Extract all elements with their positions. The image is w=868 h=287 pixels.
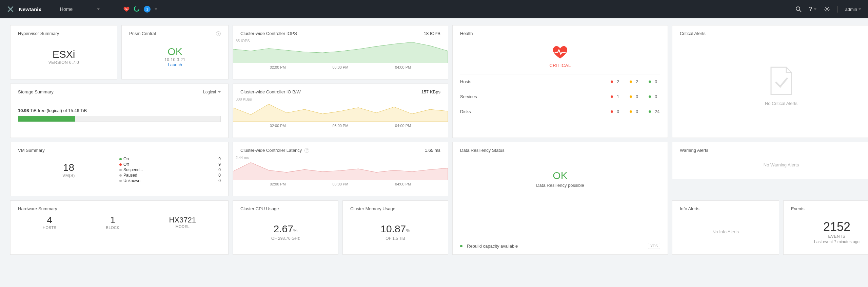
health-rows: Hosts 2 2 0 Services 1 0 0 Disks 0 0 24 [460,74,660,119]
health-red-count: 1 [617,94,619,99]
status-dot-icon [649,95,651,98]
status-dot-icon [119,174,122,177]
user-label: admin [845,7,857,12]
health-row[interactable]: Disks 0 0 24 [460,104,660,119]
help-icon[interactable]: ? [304,148,309,153]
tick-label: 03:00 PM [332,124,348,128]
help-dropdown[interactable]: ? [809,6,816,12]
prism-launch-link[interactable]: Launch [168,62,182,67]
logo-icon [7,5,14,13]
blocks-count: 1 [106,215,120,226]
vm-states-list: On9Off9Suspend...0Paused0Unknown0 [119,156,221,183]
tick-label: 04:00 PM [395,65,411,69]
vm-state-row: On9 [119,156,221,162]
health-red-count: 0 [617,109,619,114]
health-green-count: 0 [655,79,657,84]
vm-state-label: Off [123,162,129,167]
prism-status: OK [167,46,182,57]
health-yellow-count: 2 [636,79,638,84]
events-label: EVENTS [791,234,868,239]
vm-state-row: Off9 [119,162,221,167]
empty-message: No Critical Alerts [765,101,797,106]
status-dot-icon [611,95,613,98]
health-heart-icon[interactable] [123,6,130,12]
hypervisor-summary-card: Hypervisor Summary ESXi VERSION 6.7.0 [10,25,117,79]
brand-name: Newtanix [19,6,49,12]
tick-label: 03:00 PM [332,182,348,186]
health-yellow-count: 0 [636,109,638,114]
vm-state-label: On [123,157,129,161]
card-title: Hardware Summary [18,206,57,211]
mem-value: 10.87 [380,223,406,234]
chevron-down-icon[interactable] [155,8,157,10]
help-icon[interactable]: ? [216,31,221,36]
card-title: Prism Central [129,31,156,36]
card-title: Critical Alerts [680,31,706,36]
status-dot-icon [119,169,122,171]
storage-text: 10.98 TiB free (logical) of 15.46 TiB [18,108,221,113]
storage-summary-card: Storage Summary Logical 10.98 TiB free (… [10,84,229,138]
iobw-sparkline [233,97,448,122]
iobw-chart-card: Cluster-wide Controller IO B/W 157 KBps … [233,84,448,138]
status-dot-icon [119,158,122,160]
svg-line-2 [800,10,801,12]
tick-label: 03:00 PM [332,65,348,69]
svg-point-3 [826,8,828,10]
card-title: Warning Alerts [680,148,708,153]
health-row[interactable]: Hosts 2 2 0 [460,74,660,89]
status-dot-icon [460,245,462,247]
vm-summary-card: VM Summary 18 VM(S) On9Off9Suspend...0Pa… [10,142,229,196]
status-dot-icon [119,163,122,166]
storage-toggle[interactable]: Logical [203,90,221,94]
status-dot-icon [649,110,651,113]
iops-chart-card: Cluster-wide Controller IOPS 18 IOPS 35 … [233,25,448,79]
storage-free-value: 10.98 [18,108,29,113]
chart-xaxis: 02:00 PM 03:00 PM 04:00 PM [233,122,448,132]
vm-state-count: 0 [218,173,221,178]
tick-label: 02:00 PM [270,182,286,186]
gear-icon[interactable] [824,6,830,12]
mem-usage-card: Cluster Memory Usage 10.87% OF 1.5 TiB [342,200,448,255]
card-title: Events [791,206,805,211]
health-row[interactable]: Services 1 0 0 [460,89,660,104]
health-green-count: 0 [655,94,657,99]
hosts-label: HOSTS [43,226,56,230]
notification-badge[interactable]: 1 [144,6,151,13]
hypervisor-version: VERSION 6.7.0 [48,60,79,65]
chart-xaxis: 02:00 PM 03:00 PM 04:00 PM [233,63,448,73]
vm-state-label: Paused [123,173,137,178]
svg-point-1 [796,7,800,11]
card-title: Storage Summary [18,89,54,94]
storage-progress-bar [18,116,221,122]
health-row-label: Disks [460,109,611,114]
chevron-down-icon [859,8,861,10]
nav-label: Home [60,6,73,12]
events-sub: Last event 7 minutes ago [791,239,868,244]
info-alerts-card: Info Alerts No Info Alerts [672,200,779,255]
health-row-label: Services [460,94,611,99]
mem-pct: % [406,228,410,233]
vm-state-count: 0 [218,167,221,172]
status-dot-icon [630,95,632,98]
health-yellow-count: 0 [636,94,638,99]
resiliency-footer-value: YES [648,243,660,249]
vm-state-count: 9 [218,162,221,167]
model-name: HX3721 [169,216,196,225]
nav-dropdown[interactable]: Home [57,4,103,14]
resiliency-card: Data Resiliency Status OK Data Resilienc… [452,142,668,255]
tick-label: 04:00 PM [395,124,411,128]
tick-label: 02:00 PM [270,65,286,69]
storage-free-unit: TiB free (logical) of [30,108,67,113]
status-dot-icon [630,80,632,83]
card-title: Cluster-wide Controller IO B/W [240,89,301,94]
search-icon[interactable] [795,6,802,12]
topbar: Newtanix Home 1 ? admin [0,0,868,18]
user-dropdown[interactable]: admin [845,7,861,12]
status-dot-icon [611,110,613,113]
chart-yaxis-label: 35 IOPS [236,39,250,43]
status-icons: 1 [123,6,157,13]
status-dot-icon [119,180,122,182]
health-card: Health CRITICAL Hosts 2 2 0 Services 1 0… [452,25,668,138]
ring-icon[interactable] [134,6,140,13]
chevron-down-icon [218,91,221,93]
